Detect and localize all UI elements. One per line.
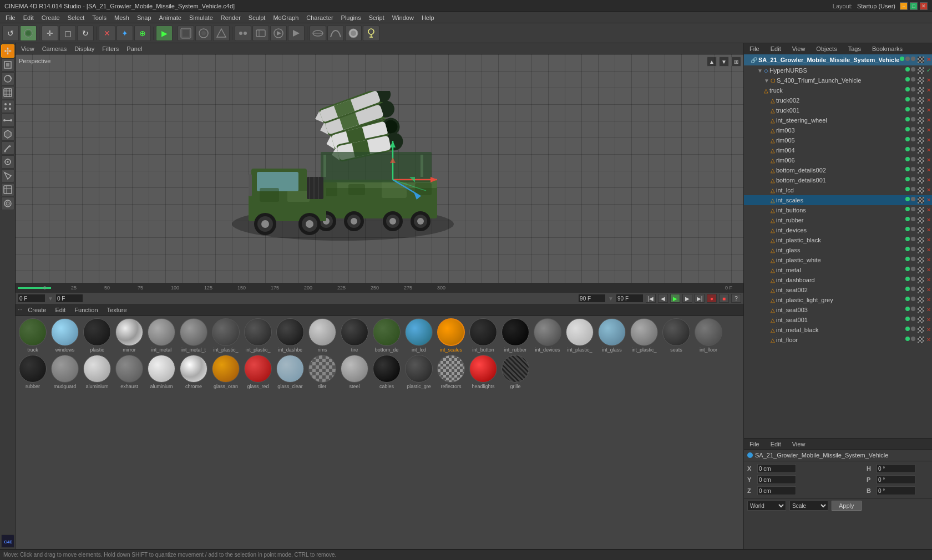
snap-tool[interactable] xyxy=(1,155,14,169)
mat-int-scales[interactable]: int_scales xyxy=(436,318,466,353)
mat-int-lcd[interactable]: int_lcd xyxy=(404,318,434,353)
attr-h-val[interactable] xyxy=(877,464,915,473)
mat-seats[interactable]: seats xyxy=(661,318,691,353)
scale-tool[interactable] xyxy=(1,58,14,72)
spline-button[interactable] xyxy=(327,26,344,41)
world-select[interactable]: World Object Local xyxy=(747,501,786,511)
menu-script[interactable]: Script xyxy=(366,13,388,22)
menu-snap[interactable]: Snap xyxy=(134,13,155,22)
vp-menu-display[interactable]: Display xyxy=(71,44,98,53)
menu-window[interactable]: Window xyxy=(389,13,417,22)
anim3-button[interactable] xyxy=(270,26,287,41)
obj2-button[interactable] xyxy=(195,26,212,41)
start-frame-input[interactable] xyxy=(55,294,83,303)
vp-menu-cameras[interactable]: Cameras xyxy=(39,44,70,53)
edges-tool[interactable] xyxy=(1,114,14,127)
tree-item-root[interactable]: 🔗 SA_21_Growler_Mobile_Missile_System_Ve… xyxy=(744,54,932,65)
menu-select[interactable]: Select xyxy=(64,13,88,22)
mat-truck[interactable]: truck xyxy=(18,318,48,353)
attr-b-val[interactable] xyxy=(877,486,915,495)
mat-int-glass[interactable]: int_glass xyxy=(597,318,627,353)
menu-plugins[interactable]: Plugins xyxy=(338,13,364,22)
menu-sculpt[interactable]: Sculpt xyxy=(245,13,269,22)
anim1-button[interactable] xyxy=(235,26,251,41)
tree-item-int_buttons[interactable]: △int_buttons ✕ xyxy=(744,205,932,215)
vp-menu-filters[interactable]: Filters xyxy=(99,44,122,53)
next-frame-btn[interactable]: ▶ xyxy=(682,294,692,303)
apply-button[interactable]: Apply xyxy=(832,501,862,511)
mat-int-rubber[interactable]: int_rubber xyxy=(500,318,530,353)
tree-item-int_plastic_light_grey[interactable]: △int_plastic_light_grey ✕ xyxy=(744,295,932,305)
tree-item-int_glass[interactable]: △int_glass ✕ xyxy=(744,245,932,255)
mat-aluminium[interactable]: aluminium xyxy=(82,355,112,389)
tree-item-int_plastic_black[interactable]: △int_plastic_black ✕ xyxy=(744,235,932,245)
attr-p-val[interactable] xyxy=(877,475,915,484)
tree-item-int_seat003[interactable]: △int_seat003 ✕ xyxy=(744,305,932,315)
menu-file[interactable]: File xyxy=(2,13,19,22)
null-button[interactable]: ✕ xyxy=(99,26,115,41)
obj3-button[interactable] xyxy=(213,26,230,41)
attr-menu-file[interactable]: File xyxy=(746,440,763,449)
tree-item-bottom_details001[interactable]: △bottom_details001 ✕ xyxy=(744,175,932,185)
vp-nav-down[interactable]: ▼ xyxy=(719,57,729,67)
rotate-button[interactable]: ↻ xyxy=(77,26,94,41)
record-btn[interactable]: ● xyxy=(707,294,717,303)
tree-item-int_dashboard[interactable]: △int_dashboard ✕ xyxy=(744,275,932,285)
polygon-button[interactable]: ✦ xyxy=(116,26,133,41)
obj1-button[interactable] xyxy=(178,26,194,41)
tree-item-int_rubber[interactable]: △int_rubber ✕ xyxy=(744,215,932,225)
model-tool[interactable] xyxy=(1,86,14,99)
light-button[interactable] xyxy=(363,26,379,41)
attr-y-pos[interactable] xyxy=(757,475,796,484)
mat-menu-texture[interactable]: Texture xyxy=(104,306,130,314)
mat-int-plastic3[interactable]: int_plastic_ xyxy=(565,318,595,353)
scale-button[interactable]: ▢ xyxy=(59,26,76,41)
rotate-tool[interactable] xyxy=(1,72,14,85)
mat-chrome[interactable]: chrome xyxy=(179,355,209,389)
tree-item-rim003[interactable]: △rim003 ✕ xyxy=(744,125,932,135)
tree-item-s400[interactable]: ▼ ⬡ S_400_Triumf_Launch_Vehicle ✕ xyxy=(744,75,932,85)
rp-menu-file[interactable]: File xyxy=(746,44,763,53)
rp-menu-tags[interactable]: Tags xyxy=(845,44,864,53)
move-tool[interactable] xyxy=(1,44,14,58)
attr-z-pos[interactable] xyxy=(757,486,796,495)
mat-int-button[interactable]: int_button xyxy=(468,318,498,353)
rp-menu-edit[interactable]: Edit xyxy=(767,44,784,53)
move-button[interactable]: ✛ xyxy=(42,26,58,41)
vp-menu-panel[interactable]: Panel xyxy=(123,44,145,53)
mat-plastic[interactable]: plastic xyxy=(82,318,112,353)
attr-x-pos[interactable] xyxy=(757,464,796,473)
goto-start-btn[interactable]: |◀ xyxy=(646,294,656,303)
mat-int-plastic2[interactable]: int_plastic_ xyxy=(243,318,273,353)
render-view-button[interactable] xyxy=(20,26,37,41)
attr-menu-edit[interactable]: Edit xyxy=(767,440,784,449)
anim4-button[interactable] xyxy=(288,26,305,41)
mat-headlights[interactable]: headlights xyxy=(468,355,498,389)
mat-plastic-gre[interactable]: plastic_gre xyxy=(404,355,434,389)
current-frame-input[interactable] xyxy=(18,294,45,303)
timeline-ruler[interactable]: 0 25 50 75 100 125 150 175 200 225 250 2… xyxy=(16,283,743,293)
mat-glass-red[interactable]: glass_red xyxy=(243,355,273,389)
auto-key-btn[interactable]: ? xyxy=(731,294,741,303)
tree-item-int_metal_black[interactable]: △int_metal_black ✕ xyxy=(744,325,932,335)
menu-create[interactable]: Create xyxy=(38,13,63,22)
goto-end-btn[interactable]: ▶| xyxy=(695,294,705,303)
menu-tools[interactable]: Tools xyxy=(89,13,110,22)
object-tree[interactable]: 🔗 SA_21_Growler_Mobile_Missile_System_Ve… xyxy=(744,54,932,438)
mat-grille[interactable]: grille xyxy=(500,355,530,389)
tree-item-bottom_details002[interactable]: △bottom_details002 ✕ xyxy=(744,165,932,175)
tree-item-int_devices[interactable]: △int_devices ✕ xyxy=(744,225,932,235)
scale-select[interactable]: Scale xyxy=(789,501,828,511)
mat-mudguard[interactable]: mudguard xyxy=(50,355,80,389)
mat-aluminium2[interactable]: aluminium xyxy=(146,355,176,389)
tree-item-rim006[interactable]: △rim006 ✕ xyxy=(744,155,932,165)
prev-frame-btn[interactable]: ◀ xyxy=(658,294,668,303)
poly-tool[interactable] xyxy=(1,128,14,141)
tree-item-rim005[interactable]: △rim005 ✕ xyxy=(744,135,932,145)
mat-exhaust[interactable]: exhaust xyxy=(114,355,144,389)
menu-mograph[interactable]: MoGraph xyxy=(270,13,302,22)
minimize-button[interactable]: − xyxy=(900,2,908,10)
material-tool[interactable] xyxy=(1,183,14,196)
menu-animate[interactable]: Animate xyxy=(156,13,185,22)
mat-rims[interactable]: rims xyxy=(307,318,337,353)
